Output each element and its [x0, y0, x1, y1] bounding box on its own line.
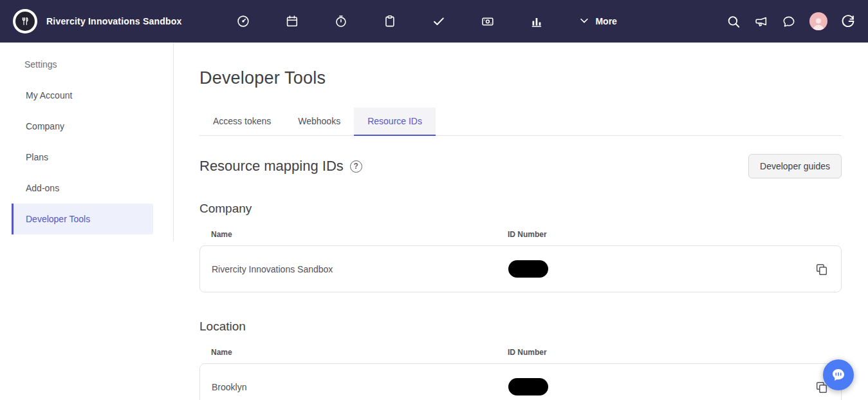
clipboard-icon[interactable] [382, 14, 396, 28]
sidebar-item-developer-tools[interactable]: Developer Tools [12, 204, 153, 234]
tab-resource-ids[interactable]: Resource IDs [354, 108, 436, 136]
chat-launcher-button[interactable] [823, 359, 854, 390]
developer-guides-button[interactable]: Developer guides [748, 154, 842, 178]
column-header-id-number: ID Number [508, 348, 794, 357]
bar-chart-icon[interactable] [529, 14, 543, 28]
navbar-center-icons: More [235, 0, 616, 43]
settings-sidebar: Settings My Account Company Plans Add-on… [0, 43, 174, 400]
column-header-name: Name [211, 348, 508, 357]
megaphone-icon[interactable] [754, 14, 768, 28]
cash-icon[interactable] [480, 14, 494, 28]
brand-name: Rivercity Innovations Sandbox [46, 16, 181, 26]
company-id-redacted [508, 260, 548, 278]
chevron-down-icon [578, 15, 589, 28]
chat-icon[interactable] [782, 14, 796, 28]
tab-webhooks[interactable]: Webhooks [284, 108, 354, 136]
top-navbar: Rivercity Innovations Sandbox [0, 0, 868, 43]
nav-more-label: More [595, 16, 616, 26]
gauge-icon[interactable] [235, 14, 250, 28]
location-table-header: Name ID Number [199, 348, 842, 357]
location-group-heading: Location [199, 319, 842, 334]
brand-logo-icon [13, 9, 37, 33]
timer-icon[interactable] [333, 14, 347, 28]
calendar-icon[interactable] [284, 14, 299, 28]
avatar[interactable] [809, 12, 827, 30]
glossgenius-icon[interactable] [841, 14, 855, 28]
brand[interactable]: Rivercity Innovations Sandbox [13, 9, 181, 33]
sidebar-item-my-account[interactable]: My Account [0, 80, 174, 111]
location-id-redacted [508, 378, 548, 395]
sidebar-item-add-ons[interactable]: Add-ons [0, 173, 174, 204]
company-row: Rivercity Innovations Sandbox [199, 245, 842, 292]
main-content: Developer Tools Access tokens Webhooks R… [174, 43, 868, 400]
tab-bar: Access tokens Webhooks Resource IDs [199, 108, 842, 136]
section-heading-text: Resource mapping IDs [199, 158, 344, 175]
location-row: Brooklyn [199, 363, 842, 400]
page-title: Developer Tools [199, 68, 842, 88]
sidebar-item-plans[interactable]: Plans [0, 142, 174, 173]
company-table-header: Name ID Number [199, 230, 842, 239]
nav-more-menu[interactable]: More [578, 15, 616, 28]
sidebar-item-company[interactable]: Company [0, 111, 174, 142]
tab-access-tokens[interactable]: Access tokens [199, 108, 284, 136]
section-heading: Resource mapping IDs ? [199, 158, 362, 175]
navbar-right-icons [726, 12, 855, 30]
sidebar-divider [173, 43, 174, 242]
column-header-id-number: ID Number [508, 230, 794, 239]
company-name-cell: Rivercity Innovations Sandbox [212, 264, 508, 274]
help-icon[interactable]: ? [350, 160, 362, 173]
search-icon[interactable] [726, 14, 741, 28]
copy-icon[interactable] [814, 262, 829, 277]
company-group-heading: Company [199, 202, 842, 216]
column-header-name: Name [211, 230, 508, 239]
sidebar-heading: Settings [24, 59, 174, 70]
check-icon[interactable] [431, 14, 445, 28]
location-name-cell: Brooklyn [212, 382, 508, 392]
